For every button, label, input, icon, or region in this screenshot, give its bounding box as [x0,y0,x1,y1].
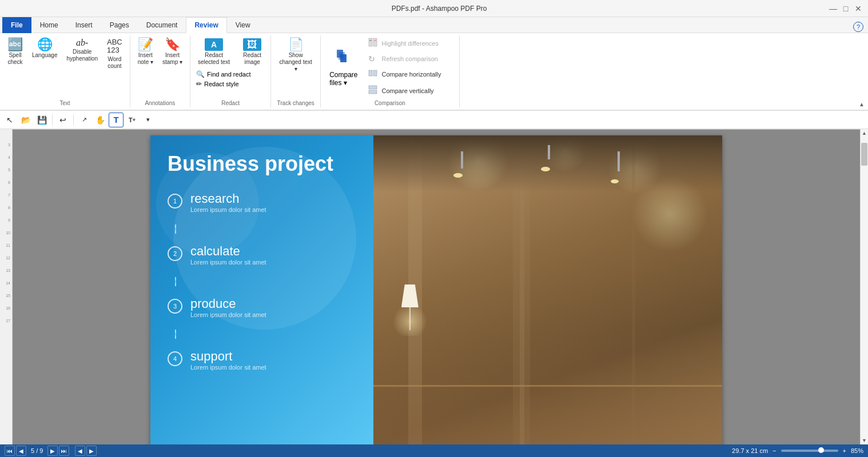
track-changes-content: 📄 Showchanged text ▾ [274,35,317,99]
step-content-2: calculate Lorem ipsum dolor sit amet [190,245,266,266]
refresh-comparison-button[interactable]: ↻ Refresh comparison [364,52,456,66]
next-page-button[interactable]: ▶ [47,446,58,456]
redact-image-button[interactable]: 🖼 Redactimage [237,35,267,69]
compare-vertically-label: Compare vertically [382,87,434,94]
dimensions-label: 29.7 x 21 cm [732,447,768,454]
compare-files-button[interactable]: Comparefiles ▾ [324,45,363,90]
word-count-label: Wordcount [107,56,121,70]
step-content-1: research Lorem ipsum dolor sit amet [190,193,266,213]
show-changed-text-label: Showchanged text ▾ [278,52,313,73]
close-button[interactable]: ✕ [853,3,863,14]
zoom-thumb[interactable] [818,447,824,453]
step-desc-2: Lorem ipsum dolor sit amet [190,259,266,266]
first-page-button[interactable]: ⏮ [5,446,15,456]
refresh-comparison-icon: ↻ [368,54,380,63]
spell-check-label: Spellcheck [7,52,22,66]
save-button[interactable]: 💾 [34,113,49,127]
highlight-diff-icon [368,38,380,49]
redact-group-content: A Redactselected text 🖼 Redactimage 🔍 Fi… [194,35,267,99]
maximize-button[interactable]: □ [841,3,851,14]
ribbon-tabs: File Home Insert Pages Document Review V… [0,17,868,33]
insert-note-button[interactable]: 📝 Insertnote ▾ [134,35,157,69]
hand-tool-button[interactable]: ✋ [93,113,107,127]
zoom-minus-button[interactable]: − [773,447,776,454]
office-photo [373,135,722,444]
scrollbar-up-arrow[interactable]: ▲ [861,129,868,137]
disable-hyphenation-button[interactable]: ab- Disablehyphenation [63,35,102,65]
ribbon-collapse-button[interactable]: ▲ [858,100,866,109]
highlight-differences-button[interactable]: Highlight differences [364,35,456,51]
redact-selected-text-button[interactable]: A Redactselected text [194,35,234,69]
light-bulb-2 [541,167,550,171]
page-wrapper: Business project 1 research Lorem ipsum … [13,130,860,444]
svg-rect-9 [369,86,377,89]
svg-rect-6 [374,40,376,41]
redact-style-button[interactable]: ✏ Redact style [194,79,253,89]
svg-rect-5 [369,40,372,41]
zoom-slider[interactable] [781,450,838,452]
pointer-tool-button[interactable]: ↖ [2,113,17,127]
ceiling [373,135,722,192]
help-button[interactable]: ? [853,22,863,32]
toolbar-separator-1 [52,114,53,126]
prev-page-button[interactable]: ◀ [16,446,26,456]
step-title-2: calculate [190,245,266,258]
arrow-select-button[interactable]: ↗ [77,113,91,127]
find-redact-icon: 🔍 [196,70,205,78]
comparison-group-label: Comparison [324,99,455,107]
add-text-button[interactable]: T+ [125,113,140,127]
status-bar: ⏮ ◀ 5 / 9 ▶ ⏭ ◀ ▶ 29.7 x 21 cm − + 85% [0,444,868,457]
compare-horizontally-button[interactable]: Compare horizontally [364,66,456,82]
highlight-differences-label: Highlight differences [382,40,439,47]
insert-stamp-button[interactable]: 🔖 Insertstamp ▾ [158,35,186,69]
text-tool-button[interactable]: T [109,113,124,127]
tab-view[interactable]: View [227,17,259,33]
window-title: PDFs.pdf - Ashampoo PDF Pro [50,5,828,13]
step-content-4: support Lorem ipsum dolor sit amet [190,350,266,371]
more-tools-button[interactable]: ▾ [141,113,156,127]
redact-style-label: Redact style [204,81,239,87]
scrollbar-down-arrow[interactable]: ▼ [861,436,868,444]
compare-files-label: Comparefiles ▾ [329,71,357,87]
page-info: 5 / 9 [27,447,46,454]
tab-document[interactable]: Document [138,17,186,33]
compare-vertically-button[interactable]: Compare vertically [364,83,456,99]
tab-review[interactable]: Review [186,17,226,33]
steps-list: 1 research Lorem ipsum dolor sit amet 2 [168,193,356,371]
horizontal-ruler: -3 -2 -1 0 1 2 3 4 5 6 7 8 9 10 11 12 13… [13,129,860,130]
svg-rect-3 [369,38,372,46]
tab-pages[interactable]: Pages [101,17,138,33]
annotations-group-label: Annotations [134,99,186,107]
redact-style-icon: ✏ [196,80,202,88]
ribbon-group-track-changes: 📄 Showchanged text ▾ Track changes [271,35,321,107]
lamp-shade [401,284,419,307]
tab-home[interactable]: Home [31,17,67,33]
step-title-1: research [190,193,266,205]
show-changed-text-button[interactable]: 📄 Showchanged text ▾ [274,35,317,75]
spell-check-button[interactable]: 🔤 Spellcheck [3,35,27,69]
last-page-button[interactable]: ⏭ [59,446,69,456]
pdf-page: Business project 1 research Lorem ipsum … [150,135,722,444]
step-number-2: 2 [168,246,182,261]
next-section-button[interactable]: ▶ [86,446,97,456]
zoom-level: 85% [851,447,863,454]
language-button[interactable]: 🌐 Language [28,35,62,62]
page-left-panel: Business project 1 research Lorem ipsum … [150,135,373,444]
window-controls: — □ ✕ [828,3,863,14]
open-button[interactable]: 📂 [18,113,33,127]
zoom-plus-button[interactable]: + [843,447,846,454]
svg-rect-2 [340,54,347,62]
scrollbar-track[interactable] [861,137,868,436]
minimize-button[interactable]: — [828,3,838,14]
find-and-redact-button[interactable]: 🔍 Find and redact [194,70,253,79]
scrollbar-thumb[interactable] [861,143,867,166]
light-cord-3 [618,151,620,171]
step-number-4: 4 [168,351,182,366]
word-count-button[interactable]: ABC123 Wordcount [103,35,126,73]
tab-file[interactable]: File [2,17,31,33]
ribbon-group-text: 🔤 Spellcheck 🌐 Language ab- Disablehyphe… [0,35,130,107]
step-item-1: 1 research Lorem ipsum dolor sit amet [168,193,356,213]
undo-button[interactable]: ↩ [55,113,70,127]
tab-insert[interactable]: Insert [67,17,101,33]
prev-section-button[interactable]: ◀ [75,446,85,456]
